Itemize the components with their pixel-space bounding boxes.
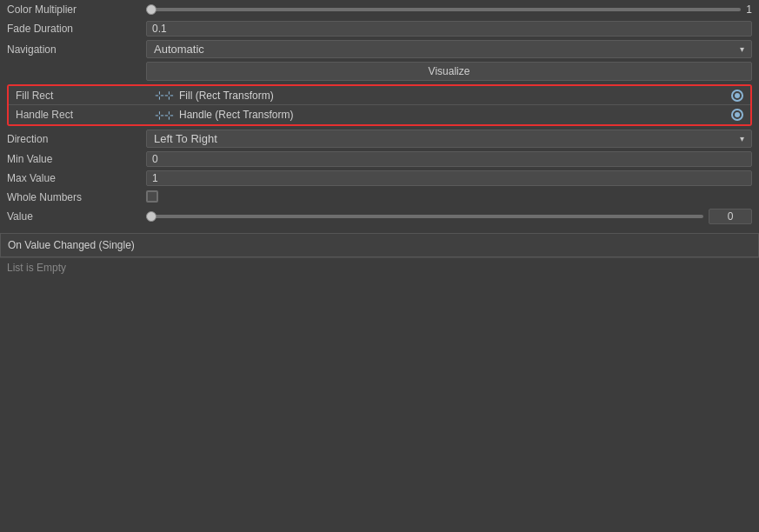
color-multiplier-row: Color Multiplier 1: [0, 0, 759, 19]
direction-row: Direction Left To Right ▾: [0, 128, 759, 150]
fill-rect-radio[interactable]: [731, 90, 743, 102]
rect-transform-section: Fill Rect ⊹⊹ Fill (Rect Transform) Handl…: [7, 84, 752, 126]
fill-rect-icon: ⊹⊹: [155, 89, 174, 102]
navigation-dropdown-arrow: ▾: [740, 44, 744, 54]
handle-rect-label: Handle Rect: [16, 109, 155, 121]
color-multiplier-label: Color Multiplier: [7, 3, 146, 16]
value-slider-container: 0: [146, 209, 752, 224]
fill-rect-radio-inner: [735, 93, 740, 98]
max-value-input[interactable]: 1: [146, 170, 752, 186]
direction-dropdown-text: Left To Right: [154, 132, 217, 145]
navigation-value: Automatic ▾: [146, 40, 752, 58]
list-empty-hint: List is Empty: [0, 257, 759, 277]
handle-rect-radio[interactable]: [731, 109, 743, 121]
value-number[interactable]: 0: [709, 209, 752, 224]
inspector-panel: Color Multiplier 1 Fade Duration 0.1 Nav…: [0, 0, 759, 277]
color-multiplier-slider-container: 1: [146, 3, 752, 16]
on-value-changed-section: On Value Changed (Single): [0, 233, 759, 257]
value-row: Value 0: [0, 207, 759, 226]
min-value-input[interactable]: 0: [146, 151, 752, 167]
direction-dropdown-arrow: ▾: [740, 134, 744, 143]
min-value-label: Min Value: [7, 153, 146, 165]
handle-rect-value: Handle (Rect Transform): [179, 109, 731, 121]
fade-duration-label: Fade Duration: [7, 23, 146, 35]
fill-rect-value: Fill (Rect Transform): [179, 90, 731, 102]
whole-numbers-value: [146, 190, 752, 205]
navigation-row: Navigation Automatic ▾: [0, 38, 759, 60]
handle-rect-radio-inner: [735, 112, 740, 117]
direction-dropdown[interactable]: Left To Right ▾: [146, 130, 752, 148]
fade-duration-value: 0.1: [146, 21, 752, 37]
value-track[interactable]: [146, 215, 703, 218]
whole-numbers-label: Whole Numbers: [7, 191, 146, 203]
max-value-row: Max Value 1: [0, 169, 759, 188]
navigation-dropdown[interactable]: Automatic ▾: [146, 40, 752, 58]
navigation-label: Navigation: [7, 43, 146, 56]
max-value-label: Max Value: [7, 172, 146, 184]
min-value-row: Min Value 0: [0, 150, 759, 169]
handle-rect-icon: ⊹⊹: [155, 109, 174, 122]
color-multiplier-value: 1: [146, 3, 752, 16]
color-multiplier-thumb[interactable]: [146, 4, 156, 15]
fill-rect-row: Fill Rect ⊹⊹ Fill (Rect Transform): [9, 86, 750, 105]
fill-rect-label: Fill Rect: [16, 90, 155, 102]
direction-label: Direction: [7, 133, 146, 145]
whole-numbers-checkbox[interactable]: [146, 190, 158, 203]
min-value-value: 0: [146, 151, 752, 167]
direction-value: Left To Right ▾: [146, 130, 752, 148]
navigation-dropdown-text: Automatic: [154, 43, 204, 56]
value-slider-container-wrap: 0: [146, 209, 752, 224]
color-multiplier-number: 1: [746, 3, 752, 16]
fade-duration-row: Fade Duration 0.1: [0, 19, 759, 38]
fade-duration-input[interactable]: 0.1: [146, 21, 752, 37]
whole-numbers-row: Whole Numbers: [0, 188, 759, 207]
value-thumb[interactable]: [146, 211, 156, 222]
handle-rect-row: Handle Rect ⊹⊹ Handle (Rect Transform): [9, 105, 750, 124]
color-multiplier-track[interactable]: [146, 8, 741, 11]
on-value-changed-label: On Value Changed (Single): [8, 239, 751, 251]
max-value-value: 1: [146, 170, 752, 186]
value-label: Value: [7, 210, 146, 223]
visualize-value: Visualize: [146, 62, 752, 81]
visualize-button[interactable]: Visualize: [146, 62, 752, 81]
visualize-row: Visualize: [0, 60, 759, 83]
